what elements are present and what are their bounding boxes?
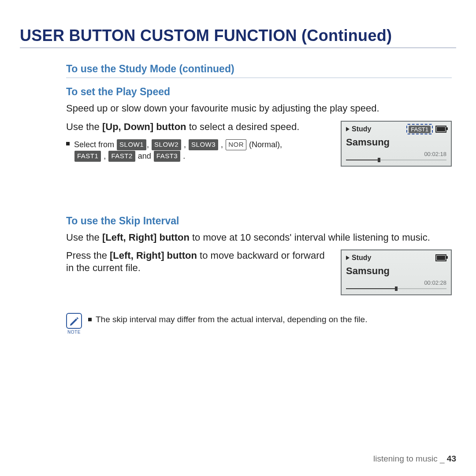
bullet-marker-icon <box>66 142 70 145</box>
subheading-play-speed: To set the Play Speed <box>66 86 452 98</box>
screen1-mode: Study <box>352 125 371 133</box>
speed-options-bullet: Select from SLOW1, SLOW2 , SLOW3 , NOR (… <box>66 139 333 162</box>
text-fragment: and <box>138 152 153 160</box>
text-fragment: Select from <box>74 140 116 149</box>
skip-interval-row: Press the [Left, Right] button to move b… <box>66 249 452 295</box>
device-screen-1: Study FAST1 Samsung 00:02:18 <box>341 121 452 167</box>
text-fragment: to move at 10 seconds' interval while li… <box>190 232 430 243</box>
manual-page: USER BUTTON CUSTOM FUNCTION (Continued) … <box>0 0 476 476</box>
text-fragment: Use the <box>66 121 102 132</box>
bold-left-right-1: [Left, Right] button <box>102 232 190 243</box>
speed-token-nor: NOR <box>226 139 246 150</box>
note-body: The skip interval may differ from the ac… <box>96 315 367 324</box>
battery-icon <box>435 254 446 261</box>
subheading-skip-interval: To use the Skip Interval <box>66 215 452 227</box>
footer-sep: _ <box>440 454 445 463</box>
page-footer: listening to music _ 43 <box>373 454 456 464</box>
note-text: The skip interval may differ from the ac… <box>88 313 367 324</box>
text-fragment: Press the <box>66 250 110 261</box>
bold-up-down: [Up, Down] button <box>102 121 186 132</box>
screen1-track-title: Samsung <box>346 137 446 148</box>
note-row: NOTE The skip interval may differ from t… <box>66 313 452 335</box>
bold-left-right-2: [Left, Right] button <box>110 250 197 261</box>
selection-outline <box>406 124 433 134</box>
section-heading-study-mode: To use the Study Mode (continued) <box>66 63 452 78</box>
speed-token-fast1: FAST1 <box>74 151 101 162</box>
screen2-mode: Study <box>352 254 371 262</box>
speed-token-slow1: SLOW1 <box>117 139 146 150</box>
text-fragment: to select a desired speed. <box>186 121 300 132</box>
bullet-marker-icon <box>88 318 92 321</box>
content-area: To use the Study Mode (continued) To set… <box>66 63 452 335</box>
screen2-time: 00:02:28 <box>346 279 446 286</box>
speed-token-fast2: FAST2 <box>108 151 135 162</box>
screen1-progress <box>346 159 446 161</box>
play-speed-row: Use the [Up, Down] button to select a de… <box>66 121 452 167</box>
note-label: NOTE <box>66 330 82 335</box>
text-fragment: (Normal) <box>249 140 280 149</box>
note-icon <box>66 313 82 329</box>
speed-token-fast3: FAST3 <box>154 151 180 162</box>
footer-section: listening to music <box>373 454 438 463</box>
play-icon <box>346 256 350 260</box>
screen1-speed-badge: FAST1 <box>408 125 431 133</box>
skip-interval-desc: Use the [Left, Right] button to move at … <box>66 231 452 244</box>
device-screen-2: Study Samsung 00:02:28 <box>341 249 452 295</box>
text-fragment: Use the <box>66 232 102 243</box>
screen2-progress <box>346 287 446 290</box>
play-icon <box>346 127 350 131</box>
screen2-track-title: Samsung <box>346 265 446 277</box>
play-speed-description: Speed up or slow down your favourite mus… <box>66 102 452 115</box>
note-icon-wrap: NOTE <box>66 313 82 335</box>
battery-icon <box>435 126 446 133</box>
footer-page-number: 43 <box>447 454 456 463</box>
skip-interval-instruction: Press the [Left, Right] button to move b… <box>66 249 333 274</box>
screen1-time: 00:02:18 <box>346 151 446 157</box>
speed-options-text: Select from SLOW1, SLOW2 , SLOW3 , NOR (… <box>74 139 333 162</box>
speed-token-slow3: SLOW3 <box>189 139 218 150</box>
speed-token-slow2: SLOW2 <box>152 139 181 150</box>
page-title: USER BUTTON CUSTOM FUNCTION (Continued) <box>20 26 456 48</box>
play-speed-instruction: Use the [Up, Down] button to select a de… <box>66 121 333 133</box>
